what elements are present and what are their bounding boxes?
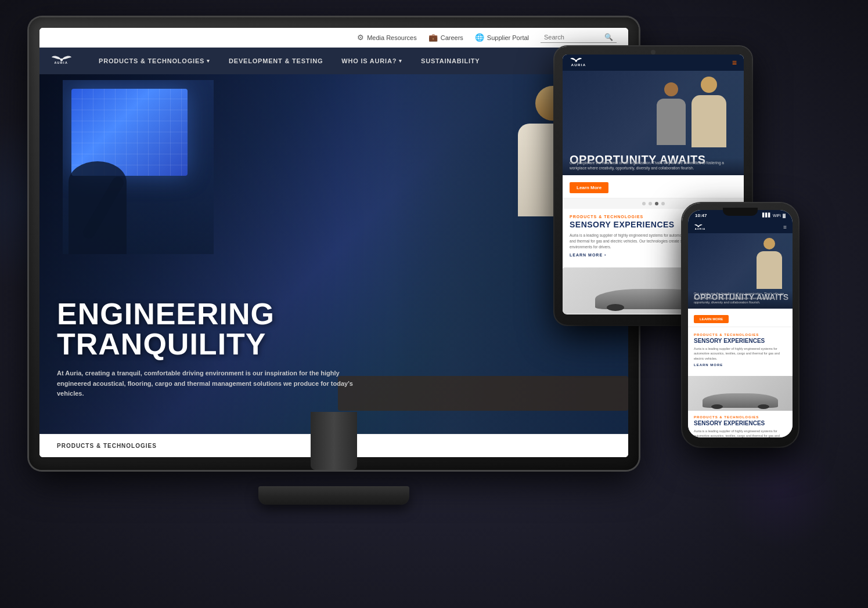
tablet-dot-1[interactable] (642, 202, 646, 205)
scene: ⚙ Media Resources 💼 Careers 🌐 Supplier P… (0, 0, 868, 608)
monitor-stand-base (258, 486, 409, 505)
monitor-outer: ⚙ Media Resources 💼 Careers 🌐 Supplier P… (29, 17, 639, 470)
phone-section-label: PRODUCTS & TECHNOLOGIES (694, 333, 787, 336)
phone-notch (723, 208, 758, 216)
phone-logo-svg: AURIA (694, 223, 714, 231)
nav-development[interactable]: DEVELOPMENT & TESTING (219, 48, 332, 74)
tablet-nav: AURIA ≡ (563, 55, 744, 71)
search-input[interactable] (544, 34, 602, 41)
nav-products[interactable]: PRODUCTS & TECHNOLOGIES ▾ (89, 48, 219, 74)
phone-section-title: SENSORY EXPERIENCES (694, 338, 787, 344)
hero-subtitle: At Auria, creating a tranquil, comfortab… (57, 368, 359, 399)
phone-time: 10:47 (695, 213, 707, 218)
tablet-menu-icon[interactable]: ≡ (732, 58, 737, 67)
hero-section: ENGINEERING TRANQUILITY At Auria, creati… (39, 74, 628, 434)
svg-point-2 (575, 60, 577, 62)
tablet-dot-4[interactable] (661, 202, 665, 205)
tablet-hero: OPPORTUNITY AWAITS Our people are the he… (563, 71, 744, 175)
phone-body: PRODUCTS & TECHNOLOGIES SENSORY EXPERIEN… (688, 327, 793, 372)
nav-sustainability[interactable]: SUSTAINABILITY (412, 48, 489, 74)
battery-icon: ▓ (783, 213, 786, 218)
tablet-learn-more-button[interactable]: Learn More (570, 182, 608, 193)
phone-section2-text: Auria is a leading supplier of highly en… (694, 429, 787, 437)
phone-learn-more-link[interactable]: LEARN MORE (694, 363, 787, 367)
chevron-down-icon-2: ▾ (399, 58, 402, 64)
careers-label: Careers (441, 34, 463, 41)
monitor-screen: ⚙ Media Resources 💼 Careers 🌐 Supplier P… (39, 28, 628, 457)
phone-section2-title: SENSORY EXPERIENCES (694, 420, 787, 426)
globe-icon: 🌐 (475, 33, 484, 42)
hero-title: ENGINEERING TRANQUILITY (57, 299, 454, 359)
phone-hero: OPPORTUNITY AWAITS Our people are the he… (688, 233, 793, 309)
tablet-learn-more-section: Learn More (563, 175, 744, 198)
supplier-portal-label: Supplier Portal (487, 34, 529, 41)
tablet-dot-2[interactable] (649, 202, 652, 205)
phone-outer: 10:47 ▋▋▋ WiFi ▓ AURIA ≡ (682, 203, 798, 447)
phone-section2-label: PRODUCTS & TECHNOLOGIES (694, 415, 787, 419)
search-icon[interactable]: 🔍 (604, 33, 613, 41)
website: ⚙ Media Resources 💼 Careers 🌐 Supplier P… (39, 28, 628, 457)
phone-car-image (688, 376, 793, 411)
svg-point-0 (60, 59, 63, 61)
svg-point-4 (698, 226, 700, 227)
supplier-portal-link[interactable]: 🌐 Supplier Portal (475, 33, 529, 42)
phone-section2: PRODUCTS & TECHNOLOGIES SENSORY EXPERIEN… (688, 411, 793, 437)
monitor: ⚙ Media Resources 💼 Careers 🌐 Supplier P… (29, 17, 639, 540)
monitor-stand-neck (311, 412, 357, 470)
phone-learn-more-section: LEARN MORE (688, 309, 793, 327)
briefcase-icon: 💼 (428, 33, 438, 42)
phone-signals: ▋▋▋ WiFi ▓ (762, 213, 786, 218)
logo-area: AURIA (51, 54, 72, 68)
main-nav: AURIA PRODUCTS & TECHNOLOGIES ▾ DEVELOPM… (39, 48, 628, 74)
svg-text:AURIA: AURIA (571, 63, 586, 67)
tablet-hero-text: Our people are the heartbeat of our orga… (570, 160, 737, 171)
svg-text:AURIA: AURIA (54, 61, 68, 64)
tablet-logo-svg: AURIA (570, 56, 599, 67)
tablet-camera (651, 50, 655, 55)
phone: 10:47 ▋▋▋ WiFi ▓ AURIA ≡ (682, 203, 798, 447)
wifi-icon: WiFi (773, 213, 781, 218)
phone-hero-text: Our people are the heartbeat of our orga… (694, 292, 787, 305)
utility-bar: ⚙ Media Resources 💼 Careers 🌐 Supplier P… (39, 28, 628, 48)
logo-wings-svg: AURIA (51, 54, 72, 66)
tablet-logo-area: AURIA (570, 56, 599, 69)
svg-text:AURIA: AURIA (695, 227, 705, 230)
phone-nav: AURIA ≡ (688, 220, 793, 233)
nav-items: PRODUCTS & TECHNOLOGIES ▾ DEVELOPMENT & … (89, 48, 489, 74)
media-resources-label: Media Resources (367, 34, 417, 41)
phone-learn-more-button[interactable]: LEARN MORE (694, 315, 729, 323)
signal-icon: ▋▋▋ (762, 213, 771, 218)
careers-link[interactable]: 💼 Careers (428, 33, 463, 42)
nav-who-is-auria[interactable]: WHO IS AURIA? ▾ (332, 48, 412, 74)
chevron-down-icon: ▾ (207, 58, 210, 64)
phone-section-text: Auria is a leading supplier of highly en… (694, 346, 787, 361)
phone-screen: 10:47 ▋▋▋ WiFi ▓ AURIA ≡ (688, 210, 793, 437)
bg-glow-right (723, 434, 839, 550)
gear-icon: ⚙ (357, 33, 364, 42)
tablet-dot-3[interactable] (655, 202, 658, 205)
hero-content: ENGINEERING TRANQUILITY At Auria, creati… (57, 299, 454, 399)
phone-menu-icon[interactable]: ≡ (783, 224, 787, 230)
media-resources-link[interactable]: ⚙ Media Resources (357, 33, 417, 42)
search-box[interactable]: 🔍 (541, 32, 617, 43)
